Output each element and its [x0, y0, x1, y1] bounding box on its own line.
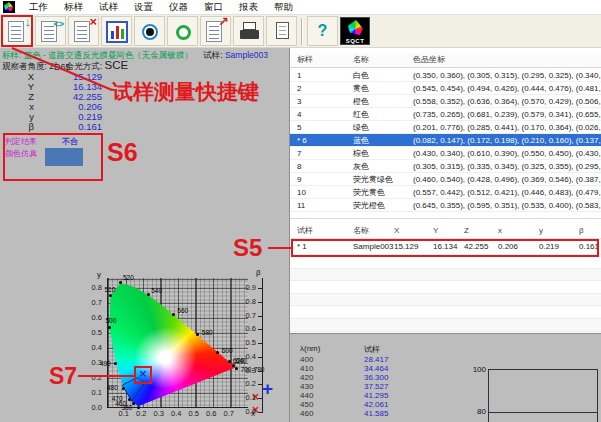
wavelength-value: 430 [300, 382, 364, 391]
white-calibration-button[interactable] [167, 16, 198, 46]
standards-cell: 荧光黄色 [353, 186, 385, 199]
beta-tick: 0.8 [240, 298, 256, 306]
wavelength-value: 410 [300, 364, 364, 373]
standards-cell: (0.545, 0.454), (0.494, 0.426), (0.444, … [413, 82, 601, 95]
standards-cell: (0.557, 0.442), (0.512, 0.421), (0.446, … [413, 186, 601, 199]
x-tick: 0.1 [119, 410, 129, 418]
judgment-result-value: 不合 [62, 136, 78, 147]
toolbar: ↓ <> × ↗ [0, 15, 601, 48]
beta-tick: 0.5 [240, 339, 256, 347]
standards-row[interactable]: 3橙色(0.558, 0.352), (0.636, 0.364), (0.57… [290, 95, 601, 108]
menu-item-3[interactable]: 试样 [91, 1, 126, 14]
sample-cell: 0.206 [498, 240, 518, 253]
y-tick: 0.6 [86, 314, 102, 322]
sample-table-row[interactable]: * 1Sample00315.12916.13442.2550.2060.219… [290, 240, 601, 255]
y-tick: 0.2 [86, 374, 102, 382]
print-button[interactable] [233, 16, 264, 46]
menu-item-7[interactable]: 报表 [231, 1, 266, 14]
sample-header-cell: 名称 [353, 224, 369, 237]
beta-tick: 0.7 [240, 312, 256, 320]
mode-value: SCE [104, 59, 128, 71]
standards-row[interactable]: 11荧光橙色(0.645, 0.355), (0.595, 0.351), (0… [290, 199, 601, 212]
compare-sample-button[interactable]: <> [35, 16, 66, 46]
standards-row[interactable]: 7棕色(0.430, 0.340), (0.610, 0.390), (0.55… [290, 147, 601, 160]
beta-tick-mark [258, 316, 263, 317]
sqct-application-window: 工作标样试样设置仪器窗口报表帮助 ↓ <> × [0, 0, 601, 422]
list-icon [74, 21, 90, 42]
spectral-data-panel: λ(nm) 试样 40028.41741034.46442036.3004303… [290, 333, 601, 422]
standards-cell: (0.460, 0.540), (0.428, 0.496), (0.369, … [413, 173, 601, 186]
standards-cell: (0.082, 0.147), (0.172, 0.198), (0.210, … [413, 134, 601, 147]
beta-tick: 0.4 [240, 353, 256, 361]
wavelength-value: 450 [300, 400, 364, 409]
standards-cell: 11 [297, 199, 305, 212]
standards-cell: 5 [297, 121, 301, 134]
s5-annotation: S5 [233, 234, 262, 262]
beta-tick: 0.3 [240, 367, 256, 375]
standards-cell: (0.305, 0.315), (0.335, 0.345), (0.325, … [413, 160, 601, 173]
standards-row[interactable]: 4红色(0.735, 0.265), (0.681, 0.239), (0.57… [290, 108, 601, 121]
list-icon [8, 21, 24, 42]
beta-tick-mark [258, 357, 263, 358]
standards-cell: 4 [297, 108, 301, 121]
sample-header-cell: Z [464, 224, 469, 237]
y-tick: 0.4 [86, 344, 102, 352]
color-simulation-swatch [45, 148, 83, 166]
delete-sample-button[interactable]: × [68, 16, 99, 46]
export-data-button[interactable]: ↗ [200, 16, 231, 46]
standards-row[interactable]: 5绿色(0.201, 0.776), (0.285, 0.441), (0.17… [290, 121, 601, 134]
standards-row[interactable]: 9荧光黄绿色(0.460, 0.540), (0.428, 0.496), (0… [290, 173, 601, 186]
spectral-row: 45042.061 [300, 400, 388, 409]
standards-row[interactable]: 8灰色(0.305, 0.315), (0.335, 0.345), (0.32… [290, 160, 601, 173]
down-arrow-icon: ↓ [25, 15, 32, 29]
standards-row[interactable]: * 6蓝色(0.082, 0.147), (0.172, 0.198), (0.… [290, 134, 601, 147]
s6-annotation: S6 [107, 138, 138, 167]
standards-cell: 3 [297, 95, 301, 108]
standards-header-cell: 名称 [353, 53, 369, 66]
standards-row[interactable]: 2黄色(0.545, 0.454), (0.494, 0.426), (0.44… [290, 82, 601, 95]
sample-cell: 42.255 [464, 240, 488, 253]
menu-item-2[interactable]: 标样 [56, 1, 91, 14]
judgment-result-label: 判定结果 [5, 136, 37, 147]
menu-item-5[interactable]: 仪器 [161, 1, 196, 14]
menu-item-4[interactable]: 设置 [126, 1, 161, 14]
standards-row[interactable]: 1白色(0.350, 0.360), (0.305, 0.315), (0.29… [290, 69, 601, 82]
menu-item-6[interactable]: 窗口 [196, 1, 231, 14]
chart-view-button[interactable] [101, 16, 132, 46]
sample-header-cell: x [498, 224, 502, 237]
spectral-value: 42.061 [364, 400, 388, 409]
empty-row [290, 256, 601, 269]
menu-item-8[interactable]: 帮助 [266, 1, 301, 14]
spectral-value: 41.585 [364, 409, 388, 418]
standards-cell: (0.735, 0.265), (0.681, 0.239), (0.579, … [413, 108, 601, 121]
sample-header-cell: Y [433, 224, 438, 237]
measure-sample-button[interactable]: ↓ [2, 16, 33, 46]
beta-axis-label: β [256, 268, 261, 277]
spectral-row: 44041.295 [300, 391, 388, 400]
help-button[interactable]: ? [307, 16, 338, 46]
standards-cell: (0.430, 0.340), (0.610, 0.390), (0.550, … [413, 147, 601, 160]
s7-annotation: S7 [49, 363, 77, 390]
sample-header-cell: X [394, 224, 399, 237]
print-preview-button[interactable] [266, 16, 297, 46]
reflectance-tick-100: 100 [460, 365, 486, 374]
spectral-row: 40028.417 [300, 355, 388, 364]
list-lines [11, 26, 21, 39]
standards-row[interactable]: 10荧光黄色(0.557, 0.442), (0.512, 0.421), (0… [290, 186, 601, 199]
x-tick: 0.5 [189, 410, 199, 418]
spectral-value: 28.417 [364, 355, 388, 364]
standards-cell: * 6 [297, 134, 307, 147]
tolerance-polygon [108, 278, 248, 407]
spectral-value: 41.295 [364, 391, 388, 400]
sqct-logo: SQCT [340, 17, 370, 45]
black-calibration-button[interactable] [134, 16, 165, 46]
spectral-row: 41034.464 [300, 364, 388, 373]
spectral-value: 34.464 [364, 364, 388, 373]
color-simulation-label: 颜色仿真 [5, 148, 37, 159]
sample-header-cell: 试样 [297, 224, 313, 237]
sample-cell: 15.129 [394, 240, 418, 253]
black-dot [146, 28, 154, 36]
standards-cell: 灰色 [353, 160, 369, 173]
tables-panel: 标样名称色品坐标 1白色(0.350, 0.360), (0.305, 0.31… [289, 48, 601, 422]
menu-item-1[interactable]: 工作 [21, 1, 56, 14]
